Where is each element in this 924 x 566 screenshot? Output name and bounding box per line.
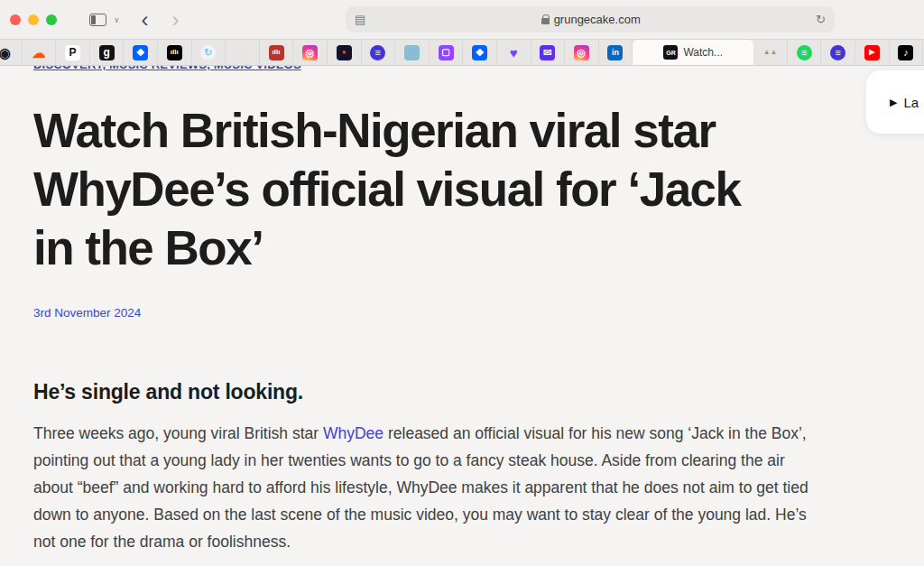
- pinned-tabs-right: ▲▲≡≡▶♪S: [753, 40, 924, 65]
- purple-heart-pinned-tab[interactable]: ♥: [497, 40, 531, 65]
- spotify-purple-icon: ≡: [370, 45, 385, 60]
- refresh-circle-icon: ↻: [200, 45, 216, 60]
- tiktok-pinned-tab[interactable]: ♪: [890, 40, 924, 65]
- soundcloud-icon: ☁: [31, 45, 46, 60]
- mail-pinned-tab[interactable]: ✉: [531, 40, 566, 65]
- genius-pinned-tab[interactable]: g: [90, 40, 125, 65]
- dropbox-icon: ❖: [133, 45, 148, 60]
- spotify-purple-pinned-tab[interactable]: ≡: [821, 40, 855, 65]
- instagram-icon: ◎: [574, 45, 589, 60]
- spotify-purple-icon: ≡: [830, 45, 845, 60]
- latest-floating-widget[interactable]: ▶ La: [866, 70, 924, 134]
- instagram-pinned-tab[interactable]: ◎: [293, 40, 328, 65]
- minimize-window-button[interactable]: [28, 14, 39, 25]
- instagram-icon: ◎: [302, 45, 318, 60]
- sidebar-chevron-down-icon[interactable]: ∨: [114, 15, 120, 24]
- article-paragraph: Three weeks ago, young viral British sta…: [33, 420, 826, 555]
- mail-icon: ✉: [540, 45, 555, 60]
- blank-pinned-tab-pinned-tab[interactable]: [226, 40, 260, 65]
- article-title: Watch British-Nigerian viral star WhyDee…: [33, 101, 924, 277]
- title-line-3: in the Box’: [33, 218, 924, 277]
- genius-icon: g: [99, 45, 115, 60]
- tiktok-icon: ♪: [898, 45, 913, 60]
- lock-icon: [541, 18, 550, 24]
- paragraph-text-before: Three weeks ago, young viral British sta…: [33, 424, 323, 442]
- black-square-red-dot-pinned-tab[interactable]: ●: [328, 40, 362, 65]
- black-square-red-dot-icon: ●: [337, 45, 352, 60]
- active-tab-label: Watch...: [683, 46, 723, 59]
- soundcloud-pinned-tab[interactable]: ☁: [23, 40, 57, 65]
- linkedin-pinned-tab[interactable]: in: [599, 40, 633, 65]
- twitch-pinned-tab[interactable]: ▢: [430, 40, 464, 65]
- address-bar[interactable]: ▤ grungecake.com ↻: [346, 6, 835, 32]
- light-blue-square-pinned-tab[interactable]: [395, 40, 430, 65]
- spotify-green-icon: ≡: [797, 45, 812, 60]
- whydee-link[interactable]: WhyDee: [323, 424, 383, 442]
- dropbox-pinned-tab[interactable]: ❖: [124, 40, 158, 65]
- linkedin-icon: in: [607, 45, 623, 60]
- billboard-chart-icon: ıllı: [167, 45, 182, 60]
- url-text[interactable]: grungecake.com: [554, 13, 641, 26]
- pinned-tabs-left: ◉☁Pg❖ıllı↻ıllı◎●≡▢❖♥✉◎in: [0, 40, 633, 65]
- twitch-icon: ▢: [439, 45, 454, 60]
- close-window-button[interactable]: [10, 14, 21, 25]
- blank-pinned-tab: [235, 45, 250, 60]
- article-date[interactable]: 3rd November 2024: [33, 306, 141, 320]
- purple-heart-icon: ♥: [506, 45, 522, 60]
- paragraph-text-after: released an official visual for his new …: [33, 424, 808, 551]
- traffic-lights: [10, 14, 57, 25]
- reader-view-icon[interactable]: ▤: [355, 13, 365, 26]
- play-icon: ▶: [890, 97, 897, 108]
- article-subhead: He’s single and not looking.: [33, 380, 924, 404]
- pandora-pinned-tab[interactable]: P: [56, 40, 90, 65]
- reload-icon[interactable]: ↻: [816, 13, 826, 26]
- active-tab[interactable]: GR Watch...: [633, 40, 753, 65]
- dropbox-icon: ❖: [472, 45, 487, 60]
- browser-toolbar: ∨ ‹ › ▤ grungecake.com ↻: [0, 0, 924, 40]
- red-chart-icon: ıllı: [269, 45, 284, 60]
- zoom-window-button[interactable]: [46, 14, 57, 25]
- category-links[interactable]: DISCOVERY, MUSIC REVIEWS, MUSIC VIDEOS: [33, 66, 924, 71]
- title-line-1: Watch British-Nigerian viral star: [33, 101, 924, 160]
- youtube-icon: ▶: [864, 45, 880, 60]
- light-blue-square-icon: [404, 45, 420, 60]
- spotify-purple-pinned-tab[interactable]: ≡: [362, 40, 396, 65]
- forward-button: ›: [172, 7, 180, 32]
- page-content: DISCOVERY, MUSIC REVIEWS, MUSIC VIDEOS ▶…: [0, 66, 924, 565]
- tab-bar: ◉☁Pg❖ıllı↻ıllı◎●≡▢❖♥✉◎in GR Watch... ▲▲≡…: [0, 40, 924, 66]
- widget-label: La: [903, 95, 919, 110]
- youtube-pinned-tab[interactable]: ▶: [855, 40, 890, 65]
- record-icon: ◉: [0, 45, 13, 60]
- pandora-icon: P: [65, 45, 80, 60]
- billboard-chart-pinned-tab[interactable]: ıllı: [158, 40, 192, 65]
- mountain-chevrons-pinned-tab[interactable]: ▲▲: [753, 40, 788, 65]
- grungecake-favicon: GR: [663, 45, 678, 60]
- refresh-circle-pinned-tab[interactable]: ↻: [192, 40, 226, 65]
- mountain-chevrons-icon: ▲▲: [762, 45, 778, 60]
- record-pinned-tab[interactable]: ◉: [0, 40, 23, 65]
- sidebar-toggle-icon[interactable]: [89, 14, 106, 26]
- category-links-clipped: DISCOVERY, MUSIC REVIEWS, MUSIC VIDEOS: [33, 66, 924, 72]
- dropbox-pinned-tab[interactable]: ❖: [463, 40, 497, 65]
- instagram-pinned-tab[interactable]: ◎: [565, 40, 599, 65]
- red-chart-pinned-tab[interactable]: ıllı: [260, 40, 294, 65]
- title-line-2: WhyDee’s official visual for ‘Jack: [33, 160, 924, 218]
- spotify-green-pinned-tab[interactable]: ≡: [788, 40, 822, 65]
- back-button[interactable]: ‹: [142, 7, 149, 32]
